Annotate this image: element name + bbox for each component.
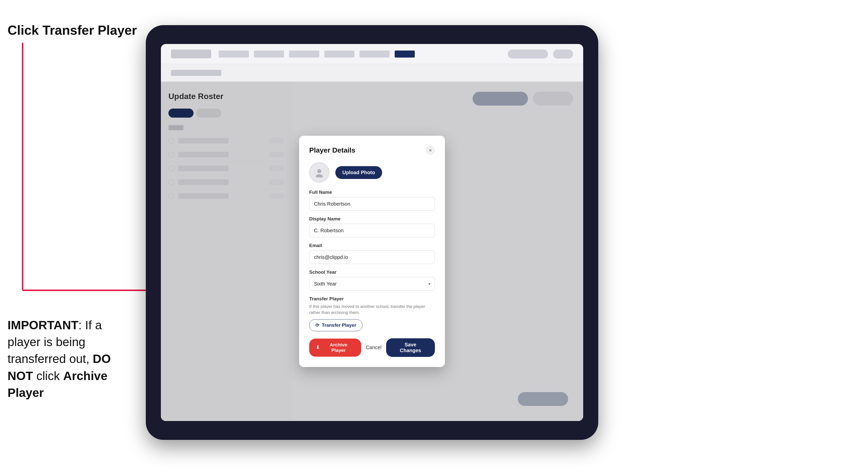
header-right [508, 50, 573, 59]
breadcrumb [171, 70, 221, 76]
nav-bar [219, 51, 415, 58]
instruction-bottom: IMPORTANT: If a player is being transfer… [7, 317, 133, 401]
full-name-label: Full Name [309, 189, 435, 195]
add-scorecards-btn[interactable] [508, 50, 548, 59]
transfer-section-title: Transfer Player [309, 296, 435, 302]
instruction-end: click [33, 369, 63, 382]
app-logo [171, 50, 211, 58]
instruction-prefix: Click [7, 23, 42, 37]
tablet-screen: Update Roster [161, 44, 583, 421]
nav-tournaments[interactable] [254, 51, 284, 58]
nav-scorecards[interactable] [324, 51, 354, 58]
nav-roster[interactable] [395, 51, 415, 58]
transfer-player-section: Transfer Player If this player has moved… [309, 296, 435, 331]
nav-photo[interactable] [360, 51, 390, 58]
content-area: Update Roster [161, 82, 583, 421]
display-name-label: Display Name [309, 216, 435, 222]
email-group: Email [309, 243, 435, 264]
upload-photo-button[interactable]: Upload Photo [335, 166, 382, 179]
email-input[interactable] [309, 250, 435, 264]
school-year-select[interactable]: First Year Second Year Third Year Fourth… [309, 277, 435, 290]
instruction-top: Click Transfer Player [7, 23, 137, 38]
app-header [161, 44, 583, 64]
player-details-modal: Player Details × Upload Photo [299, 136, 445, 367]
modal-title: Player Details [309, 146, 355, 154]
display-name-group: Display Name [309, 216, 435, 237]
modal-overlay: Player Details × Upload Photo [161, 82, 583, 421]
modal-header: Player Details × [309, 146, 435, 155]
full-name-group: Full Name [309, 189, 435, 211]
modal-close-button[interactable]: × [426, 146, 435, 155]
tablet-device: Update Roster [146, 25, 598, 440]
school-year-group: School Year First Year Second Year Third… [309, 270, 435, 290]
instruction-bold: Transfer Player [42, 23, 137, 37]
transfer-section-desc: If this player has moved to another scho… [309, 304, 435, 316]
cancel-button[interactable]: Cancel [366, 345, 381, 350]
sub-header [161, 64, 583, 82]
nav-dashboard[interactable] [219, 51, 249, 58]
display-name-input[interactable] [309, 224, 435, 237]
transfer-player-button[interactable]: ⟳ Transfer Player [309, 319, 363, 331]
email-label: Email [309, 243, 435, 248]
avatar-icon [314, 167, 324, 178]
save-changes-button[interactable]: Save Changes [386, 338, 435, 357]
archive-icon: ⬇ [316, 345, 320, 350]
archive-player-button[interactable]: ⬇ Archive Player [309, 339, 361, 357]
school-year-select-wrapper: First Year Second Year Third Year Fourth… [309, 277, 435, 290]
full-name-input[interactable] [309, 197, 435, 211]
important-label: IMPORTANT [7, 318, 79, 332]
archive-btn-label: Archive Player [322, 342, 355, 353]
school-year-label: School Year [309, 270, 435, 275]
svg-point-3 [317, 169, 321, 173]
modal-footer: ⬇ Archive Player Cancel Save Changes [309, 338, 435, 357]
login-btn[interactable] [553, 50, 573, 59]
player-avatar [309, 162, 329, 183]
nav-teams[interactable] [289, 51, 319, 58]
avatar-section: Upload Photo [309, 162, 435, 183]
transfer-btn-label: Transfer Player [322, 322, 356, 328]
transfer-icon: ⟳ [315, 322, 319, 328]
svg-point-4 [316, 174, 323, 178]
